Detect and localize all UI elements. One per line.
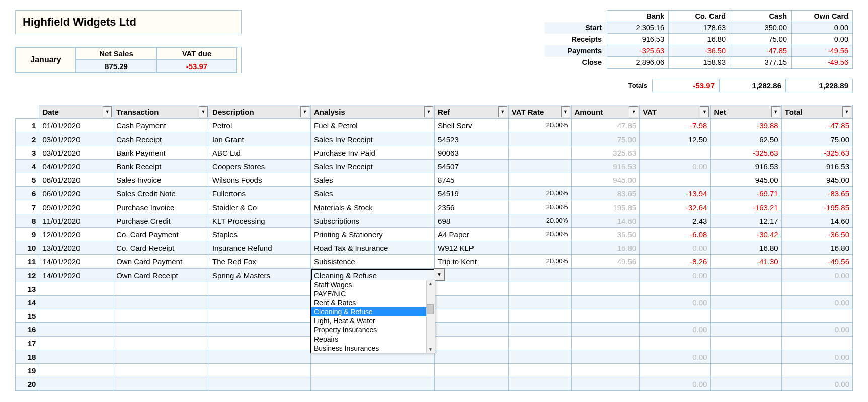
total-cell[interactable] xyxy=(781,282,852,296)
vat-rate-cell[interactable] xyxy=(508,377,571,391)
vat-rate-cell[interactable] xyxy=(508,337,571,350)
transaction-cell[interactable]: Cash Payment xyxy=(113,119,209,132)
table-row[interactable]: 303/01/2020Bank PaymentABC LtdPurchase I… xyxy=(16,146,853,160)
transaction-cell[interactable] xyxy=(113,323,209,337)
column-header[interactable]: Net▼ xyxy=(711,105,781,119)
description-cell[interactable]: Insurance Refund xyxy=(209,241,311,255)
transaction-cell[interactable] xyxy=(113,296,209,309)
ref-cell[interactable]: 54523 xyxy=(435,132,509,146)
dropdown-option[interactable]: Staff Wages xyxy=(311,280,435,289)
dropdown-option[interactable]: PAYE/NIC xyxy=(311,289,435,298)
analysis-cell[interactable]: Printing & Stationery xyxy=(311,228,435,241)
filter-button[interactable]: ▼ xyxy=(424,106,433,117)
total-cell[interactable]: -83.65 xyxy=(781,187,852,200)
description-cell[interactable] xyxy=(209,323,311,337)
ref-cell[interactable] xyxy=(435,323,509,337)
vat-rate-cell[interactable]: 20.00% xyxy=(508,214,571,228)
date-cell[interactable]: 01/01/2020 xyxy=(39,119,113,132)
vat-cell[interactable] xyxy=(640,282,711,296)
description-cell[interactable]: Ian Grant xyxy=(209,132,311,146)
scrollbar[interactable] xyxy=(426,280,435,353)
analysis-cell[interactable]: Cleaning & Refuse▼Staff WagesPAYE/NICRen… xyxy=(311,269,435,282)
net-cell[interactable] xyxy=(711,323,781,337)
net-cell[interactable]: 945.00 xyxy=(711,173,781,187)
total-cell[interactable]: -49.56 xyxy=(781,255,852,269)
analysis-cell[interactable]: Sales xyxy=(311,187,435,200)
transaction-cell[interactable] xyxy=(113,337,209,350)
amount-cell[interactable]: 83.65 xyxy=(571,187,640,200)
ref-cell[interactable] xyxy=(435,350,509,364)
amount-cell[interactable] xyxy=(571,323,640,337)
net-cell[interactable] xyxy=(711,309,781,323)
vat-cell[interactable]: 2.43 xyxy=(640,214,711,228)
ref-cell[interactable] xyxy=(435,364,509,377)
total-cell[interactable]: -325.63 xyxy=(781,146,852,160)
table-row[interactable]: 1013/01/2020Co. Card ReceiptInsurance Re… xyxy=(16,241,853,255)
ref-cell[interactable]: 90063 xyxy=(435,146,509,160)
total-cell[interactable]: 75.00 xyxy=(781,132,852,146)
ref-cell[interactable]: 8745 xyxy=(435,173,509,187)
transaction-cell[interactable] xyxy=(113,282,209,296)
description-cell[interactable]: Staples xyxy=(209,228,311,241)
table-row[interactable]: 19 xyxy=(16,364,853,377)
vat-rate-cell[interactable] xyxy=(508,269,571,282)
column-header[interactable]: Analysis▼ xyxy=(311,105,435,119)
total-cell[interactable]: 0.00 xyxy=(781,269,852,282)
table-row[interactable]: 200.000.00 xyxy=(16,377,853,391)
date-cell[interactable] xyxy=(39,282,113,296)
description-cell[interactable] xyxy=(209,377,311,391)
filter-button[interactable]: ▼ xyxy=(498,106,507,117)
total-cell[interactable]: 14.60 xyxy=(781,214,852,228)
description-cell[interactable] xyxy=(209,350,311,364)
transaction-cell[interactable] xyxy=(113,309,209,323)
vat-rate-cell[interactable] xyxy=(508,132,571,146)
transaction-cell[interactable]: Sales Invoice xyxy=(113,173,209,187)
total-cell[interactable]: 0.00 xyxy=(781,377,852,391)
total-cell[interactable] xyxy=(781,337,852,350)
total-cell[interactable] xyxy=(781,309,852,323)
vat-cell[interactable]: 0.00 xyxy=(640,377,711,391)
net-cell[interactable]: 16.80 xyxy=(711,241,781,255)
ref-cell[interactable] xyxy=(435,377,509,391)
table-row[interactable]: 404/01/2020Bank ReceiptCoopers StoresSal… xyxy=(16,160,853,173)
table-row[interactable]: 912/01/2020Co. Card PaymentStaplesPrinti… xyxy=(16,228,853,241)
ref-cell[interactable] xyxy=(435,269,509,282)
filter-button[interactable]: ▼ xyxy=(300,106,309,117)
amount-cell[interactable]: 36.50 xyxy=(571,228,640,241)
date-cell[interactable]: 03/01/2020 xyxy=(39,132,113,146)
amount-cell[interactable] xyxy=(571,377,640,391)
ref-cell[interactable]: 54519 xyxy=(435,187,509,200)
table-row[interactable]: 203/01/2020Cash ReceiptIan GrantSales In… xyxy=(16,132,853,146)
analysis-cell[interactable]: Subsistence xyxy=(311,255,435,269)
vat-cell[interactable]: 0.00 xyxy=(640,323,711,337)
table-row[interactable]: 1114/01/2020Own Card PaymentThe Red FoxS… xyxy=(16,255,853,269)
transaction-cell[interactable]: Sales Credit Note xyxy=(113,187,209,200)
total-cell[interactable]: 0.00 xyxy=(781,323,852,337)
date-cell[interactable] xyxy=(39,350,113,364)
date-cell[interactable]: 14/01/2020 xyxy=(39,255,113,269)
net-cell[interactable]: -163.21 xyxy=(711,200,781,214)
vat-rate-cell[interactable] xyxy=(508,350,571,364)
analysis-dropdown[interactable]: Staff WagesPAYE/NICRent & RatesCleaning … xyxy=(310,280,435,353)
description-cell[interactable]: Wilsons Foods xyxy=(209,173,311,187)
transaction-cell[interactable]: Purchase Invoice xyxy=(113,200,209,214)
description-cell[interactable]: KLT Processing xyxy=(209,214,311,228)
description-cell[interactable]: Spring & Masters xyxy=(209,269,311,282)
vat-rate-cell[interactable]: 20.00% xyxy=(508,255,571,269)
table-row[interactable]: 606/01/2020Sales Credit NoteFullertonsSa… xyxy=(16,187,853,200)
date-cell[interactable]: 06/01/2020 xyxy=(39,173,113,187)
ref-cell[interactable] xyxy=(435,309,509,323)
amount-cell[interactable]: 47.85 xyxy=(571,119,640,132)
vat-cell[interactable]: 0.00 xyxy=(640,296,711,309)
vat-rate-cell[interactable] xyxy=(508,296,571,309)
total-cell[interactable]: -195.85 xyxy=(781,200,852,214)
dropdown-option[interactable]: Rent & Rates xyxy=(311,298,435,307)
date-cell[interactable]: 13/01/2020 xyxy=(39,241,113,255)
transaction-cell[interactable] xyxy=(113,377,209,391)
filter-button[interactable]: ▼ xyxy=(842,106,851,117)
net-cell[interactable]: -325.63 xyxy=(711,146,781,160)
date-cell[interactable]: 04/01/2020 xyxy=(39,160,113,173)
analysis-cell[interactable]: Materials & Stock xyxy=(311,200,435,214)
transaction-cell[interactable]: Co. Card Payment xyxy=(113,228,209,241)
dropdown-button[interactable]: ▼ xyxy=(434,268,445,281)
